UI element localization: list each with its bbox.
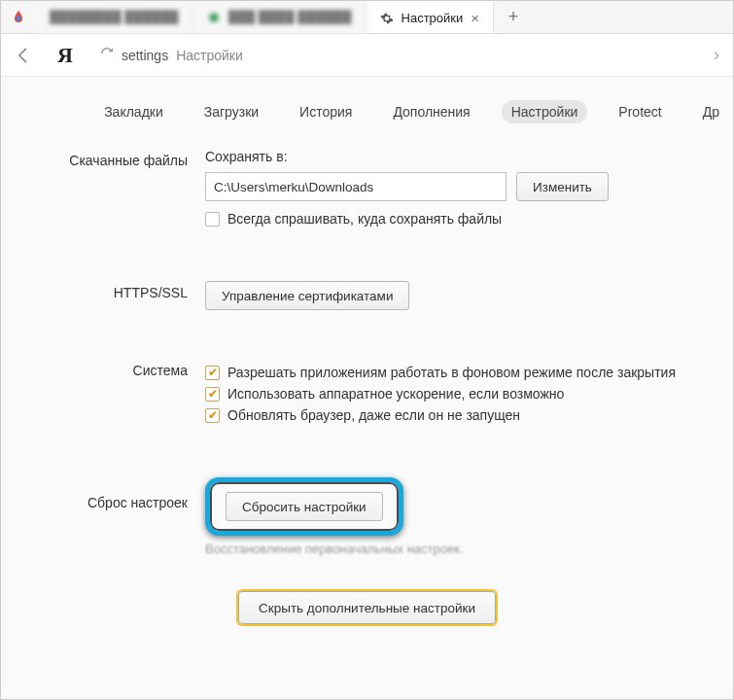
section-system: Система ✔ Разрешать приложениям работать… [1, 351, 733, 437]
section-label: Сброс настроек [1, 477, 205, 556]
tab-inactive-1[interactable]: ████████ ██████ [36, 1, 193, 33]
gear-icon [380, 12, 394, 25]
section-label: Скачанные файлы [1, 149, 205, 232]
browser-brand: Я [50, 43, 81, 68]
footer: Скрыть дополнительные настройки [1, 564, 733, 624]
nav-addons[interactable]: Дополнения [383, 100, 479, 123]
nav-settings[interactable]: Настройки [502, 100, 588, 123]
download-path-input[interactable] [205, 172, 507, 201]
nav-history[interactable]: История [290, 100, 362, 123]
close-icon[interactable]: × [471, 11, 479, 25]
nav-downloads[interactable]: Загрузки [194, 100, 268, 123]
svg-point-0 [209, 13, 219, 22]
url-secondary: Настройки [176, 48, 243, 63]
flame-icon [11, 10, 26, 25]
always-ask-label: Всегда спрашивать, куда сохранять файлы [227, 211, 502, 227]
settings-page: Закладки Загрузки История Дополнения Нас… [1, 77, 733, 699]
reset-hint: Восстановление первоначальных настроек. [205, 542, 723, 556]
reload-icon[interactable] [100, 47, 114, 63]
settings-nav: Закладки Загрузки История Дополнения Нас… [1, 77, 733, 141]
hide-advanced-button[interactable]: Скрыть дополнительные настройки [238, 591, 496, 624]
back-button[interactable] [7, 39, 40, 72]
nav-bookmarks[interactable]: Закладки [94, 100, 173, 123]
tab-favicon [207, 11, 221, 24]
plus-icon: + [508, 7, 519, 27]
bg-apps-checkbox[interactable]: ✔ [205, 366, 220, 380]
section-label: HTTPS/SSL [1, 281, 205, 310]
change-path-button[interactable]: Изменить [516, 172, 609, 201]
url-primary: settings [122, 48, 168, 63]
save-to-label: Сохранять в: [205, 149, 723, 164]
auto-update-label: Обновлять браузер, даже если он не запущ… [227, 407, 520, 423]
toolbar-menu[interactable]: › [706, 45, 727, 65]
hw-accel-label: Использовать аппаратное ускорение, если … [227, 386, 564, 402]
new-tab-button[interactable]: + [494, 1, 533, 33]
reset-settings-button[interactable]: Сбросить настройки [226, 492, 383, 521]
hw-accel-checkbox[interactable]: ✔ [205, 387, 220, 402]
tab-strip: ████████ ██████ ███ ████ ██████ Настройк… [1, 1, 733, 34]
manage-certs-button[interactable]: Управление сертификатами [205, 281, 409, 310]
section-https: HTTPS/SSL Управление сертификатами [1, 273, 733, 318]
tab-active-settings[interactable]: Настройки × [367, 1, 495, 33]
nav-protect[interactable]: Protect [609, 100, 671, 123]
toolbar: Я settings Настройки › [1, 34, 733, 77]
chevron-right-icon: › [714, 45, 719, 64]
section-reset: Сброс настроек Сбросить настройки Восста… [1, 470, 733, 564]
app-icon [1, 1, 36, 33]
tab-inactive-2[interactable]: ███ ████ ██████ [193, 1, 367, 33]
bg-apps-label: Разрешать приложениям работать в фоновом… [227, 365, 676, 380]
section-downloads: Скачанные файлы Сохранять в: Изменить Вс… [1, 141, 733, 240]
arrow-left-icon [14, 46, 33, 65]
highlight-frame: Сбросить настройки [205, 477, 403, 536]
tab-title: Настройки [402, 11, 464, 25]
nav-other[interactable]: Др [693, 100, 719, 123]
address-bar[interactable]: settings Настройки [90, 47, 696, 63]
always-ask-checkbox[interactable] [205, 212, 220, 227]
auto-update-checkbox[interactable]: ✔ [205, 408, 220, 423]
section-label: Система [1, 359, 205, 429]
